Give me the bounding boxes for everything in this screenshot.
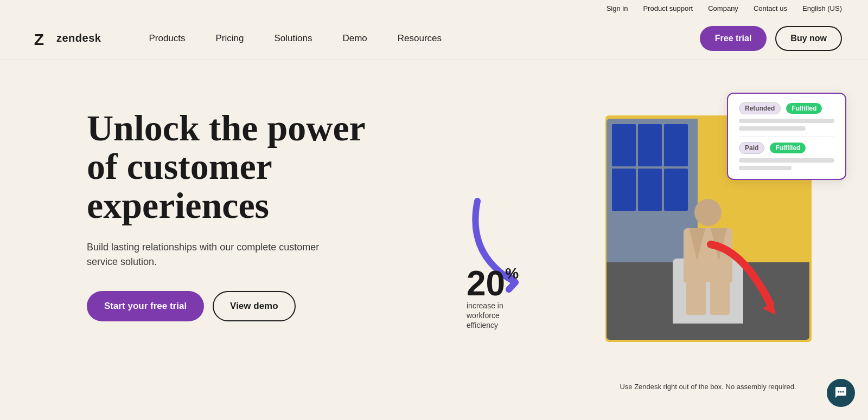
badge-refunded: Refunded: [739, 102, 781, 114]
start-trial-button[interactable]: Start your free trial: [87, 291, 204, 321]
lockers: [612, 124, 688, 211]
stats-container: 20 % increase in workforce efficiency: [467, 266, 532, 331]
chat-widget[interactable]: [827, 379, 855, 407]
chat-icon: [834, 386, 848, 400]
nav-products[interactable]: Products: [133, 17, 200, 60]
hero-heading-line3: experiences: [87, 185, 269, 226]
hero-section: Unlock the power of customer experiences…: [0, 60, 868, 396]
nav-solutions[interactable]: Solutions: [259, 17, 328, 60]
status-line-4: [739, 166, 792, 170]
hero-visual-right: Refunded Fulfilled Paid Fulfilled: [456, 71, 868, 396]
svg-point-4: [843, 391, 844, 393]
status-row-2: Paid Fulfilled: [739, 142, 834, 154]
card-divider: [739, 136, 834, 137]
hero-heading-line2: of customer: [87, 146, 272, 187]
product-support-link[interactable]: Product support: [643, 4, 693, 12]
badge-fulfilled-2: Fulfilled: [770, 143, 806, 153]
hero-heading-line1: Unlock the power: [87, 107, 366, 148]
zendesk-logo-icon: Z: [26, 25, 52, 51]
badge-fulfilled-1: Fulfilled: [786, 103, 822, 114]
svg-point-2: [838, 391, 840, 393]
sign-in-link[interactable]: Sign in: [607, 4, 628, 12]
red-arrow: [700, 234, 787, 322]
stats-number: 20: [467, 266, 505, 301]
stats-percent: %: [505, 266, 519, 281]
hero-heading: Unlock the power of customer experiences: [87, 109, 366, 225]
status-row-1: Refunded Fulfilled: [739, 102, 834, 114]
status-line-3: [739, 158, 834, 163]
status-line-2: [739, 126, 806, 131]
hero-content-left: Unlock the power of customer experiences…: [87, 93, 366, 321]
logo-area[interactable]: Z zendesk: [26, 25, 101, 51]
svg-point-3: [840, 391, 842, 393]
buy-now-button[interactable]: Buy now: [775, 26, 842, 51]
nav-demo[interactable]: Demo: [327, 17, 382, 60]
company-link[interactable]: Company: [708, 4, 738, 12]
free-trial-button[interactable]: Free trial: [700, 26, 767, 51]
nav-actions: Free trial Buy now: [700, 26, 842, 51]
contact-us-link[interactable]: Contact us: [754, 4, 787, 12]
logo-text: zendesk: [56, 32, 101, 44]
nav-pricing[interactable]: Pricing: [201, 17, 259, 60]
svg-text:Z: Z: [34, 30, 44, 48]
nav-links: Products Pricing Solutions Demo Resource…: [133, 17, 699, 60]
badge-paid: Paid: [739, 142, 764, 154]
language-selector[interactable]: English (US): [802, 4, 842, 12]
utility-bar: Sign in Product support Company Contact …: [0, 0, 868, 17]
status-card: Refunded Fulfilled Paid Fulfilled: [727, 93, 846, 180]
status-line-1: [739, 119, 834, 123]
nav-resources[interactable]: Resources: [382, 17, 457, 60]
hero-buttons: Start your free trial View demo: [87, 291, 366, 321]
main-navbar: Z zendesk Products Pricing Solutions Dem…: [0, 17, 868, 60]
stats-label: increase in workforce efficiency: [467, 301, 532, 331]
view-demo-button[interactable]: View demo: [213, 291, 296, 321]
photo-caption: Use Zendesk right out of the box. No ass…: [607, 383, 809, 391]
hero-subtext: Build lasting relationships with our com…: [87, 240, 326, 269]
